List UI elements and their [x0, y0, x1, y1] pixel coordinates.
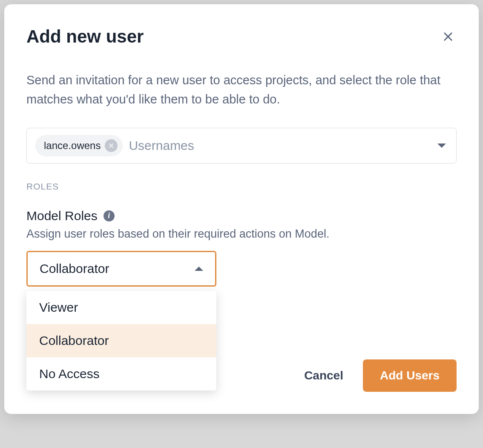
close-icon: [442, 31, 454, 43]
username-chip: lance.owens: [35, 135, 123, 156]
role-option-viewer[interactable]: Viewer: [26, 291, 216, 324]
chevron-down-icon: [437, 144, 446, 148]
usernames-placeholder: Usernames: [129, 138, 448, 153]
role-select-value: Collaborator: [40, 261, 109, 276]
modal-footer: Cancel Add Users: [302, 359, 457, 392]
modal-title: Add new user: [26, 26, 144, 47]
chip-remove-button[interactable]: [105, 139, 118, 152]
model-roles-heading: Model Roles: [26, 209, 98, 223]
add-user-modal: Add new user Send an invitation for a ne…: [4, 4, 479, 414]
username-chip-label: lance.owens: [44, 140, 101, 152]
model-role-select: Collaborator Viewer Collaborator No Acce…: [26, 251, 216, 287]
modal-description: Send an invitation for a new user to acc…: [26, 71, 457, 109]
remove-icon: [108, 142, 115, 149]
info-icon[interactable]: i: [104, 210, 115, 221]
roles-section-label: ROLES: [26, 181, 457, 192]
add-users-button[interactable]: Add Users: [363, 359, 457, 392]
role-select-trigger[interactable]: Collaborator: [26, 251, 216, 287]
roles-heading-row: Model Roles i: [26, 209, 457, 223]
roles-description: Assign user roles based on their require…: [26, 227, 457, 241]
chevron-up-icon: [195, 267, 203, 271]
usernames-input[interactable]: lance.owens Usernames: [26, 128, 457, 164]
role-options-list: Viewer Collaborator No Access: [26, 291, 216, 391]
cancel-button[interactable]: Cancel: [302, 365, 346, 386]
role-option-collaborator[interactable]: Collaborator: [26, 324, 216, 357]
role-option-no-access[interactable]: No Access: [26, 357, 216, 391]
close-button[interactable]: [440, 28, 457, 45]
modal-header: Add new user: [26, 26, 457, 47]
